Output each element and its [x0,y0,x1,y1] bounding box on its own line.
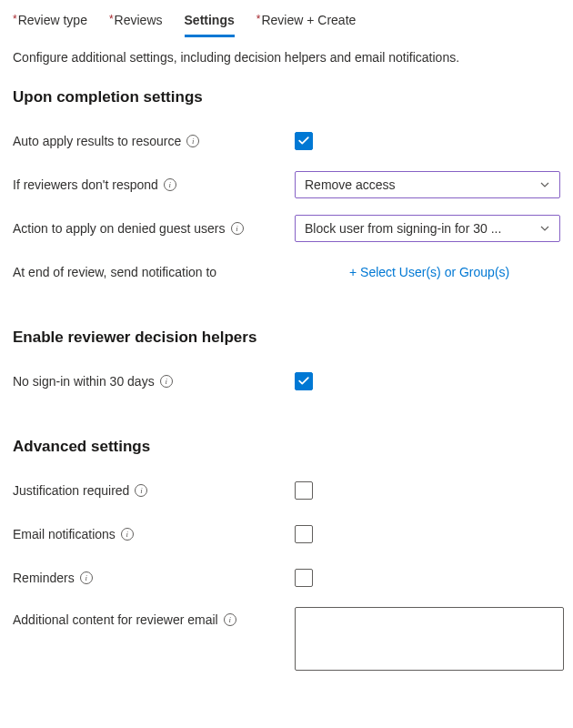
label-email-notifications: Email notifications [13,527,116,541]
checkbox-auto-apply[interactable] [295,132,313,150]
tab-reviews[interactable]: *Reviews [109,9,163,37]
label-additional-content: Additional content for reviewer email [13,612,218,627]
chevron-down-icon [539,223,550,234]
info-icon[interactable]: i [164,178,176,191]
label-no-respond: If reviewers don't respond [13,177,158,192]
checkbox-reminders[interactable] [295,569,313,587]
link-select-users-groups[interactable]: + Select User(s) or Group(s) [295,265,509,279]
checkbox-email-notifications[interactable] [295,525,313,543]
select-no-respond[interactable]: Remove access [295,171,560,198]
checkbox-no-signin[interactable] [295,372,313,390]
section-title-completion: Upon completion settings [13,88,560,106]
section-title-advanced: Advanced settings [13,438,560,456]
tab-review-create[interactable]: *Review + Create [256,9,357,37]
label-notify: At end of review, send notification to [13,265,216,279]
tab-settings[interactable]: Settings [185,9,235,37]
check-icon [297,135,310,147]
page-description: Configure additional settings, including… [13,50,560,65]
section-completion: Upon completion settings Auto apply resu… [13,88,560,287]
tab-review-type[interactable]: *Review type [13,9,87,37]
label-justification: Justification required [13,483,129,498]
info-icon[interactable]: i [186,135,199,147]
info-icon[interactable]: i [80,571,93,584]
label-denied-guest: Action to apply on denied guest users [13,221,226,236]
select-denied-guest[interactable]: Block user from signing-in for 30 ... [295,215,560,242]
chevron-down-icon [539,179,550,190]
section-title-helpers: Enable reviewer decision helpers [13,329,560,347]
info-icon[interactable]: i [135,484,147,497]
info-icon[interactable]: i [121,528,134,541]
textarea-additional-content[interactable] [295,607,564,671]
label-no-signin: No sign-in within 30 days [13,374,155,389]
info-icon[interactable]: i [224,613,236,626]
tab-bar: *Review type *Reviews Settings *Review +… [13,9,560,37]
section-advanced: Advanced settings Justification required… [13,438,560,671]
section-helpers: Enable reviewer decision helpers No sign… [13,329,560,396]
info-icon[interactable]: i [160,375,173,388]
info-icon[interactable]: i [231,222,244,235]
check-icon [297,375,310,388]
label-auto-apply: Auto apply results to resource [13,134,181,148]
checkbox-justification[interactable] [295,481,313,500]
label-reminders: Reminders [13,571,75,585]
